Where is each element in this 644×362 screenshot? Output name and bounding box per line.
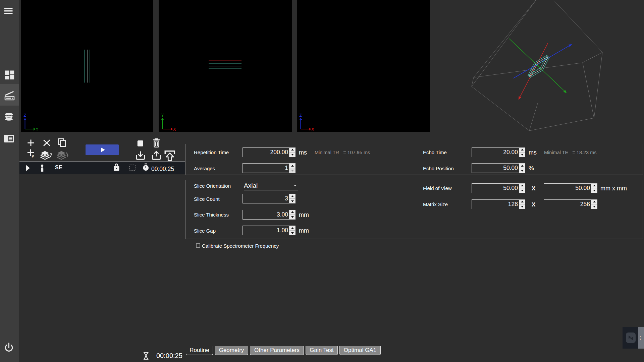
- svg-text:P: P: [32, 155, 34, 158]
- svg-text:Y: Y: [36, 127, 39, 132]
- svg-text:Z: Z: [300, 113, 302, 118]
- svg-text:Y: Y: [161, 113, 164, 118]
- svg-text:X: X: [312, 127, 314, 132]
- svg-text:X: X: [173, 127, 176, 132]
- svg-text:Z: Z: [24, 113, 26, 118]
